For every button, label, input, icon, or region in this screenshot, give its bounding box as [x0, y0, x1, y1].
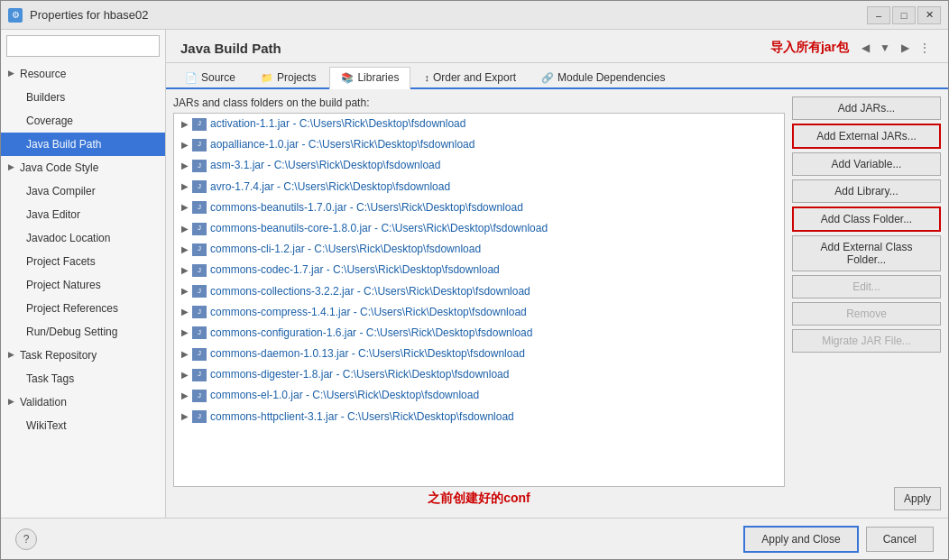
- order-export-tab-icon: ↕: [424, 72, 429, 83]
- list-item[interactable]: ▶ J avro-1.7.4.jar - C:\Users\Rick\Deskt…: [174, 177, 784, 197]
- add-external-class-folder-button[interactable]: Add External Class Folder...: [792, 235, 941, 271]
- expand-arrow-icon: ▶: [181, 347, 189, 362]
- list-item[interactable]: ▶ J commons-beanutils-core-1.8.0.jar - C…: [174, 218, 784, 239]
- expand-arrow-icon: ▶: [181, 179, 189, 194]
- nav-forward-button[interactable]: ▶: [896, 39, 914, 57]
- expand-arrow-icon: ▶: [181, 222, 189, 236]
- jar-icon: J: [192, 285, 207, 298]
- dialog-icon: ⚙: [8, 8, 23, 23]
- sidebar-item-run-debug[interactable]: Run/Debug Setting: [1, 320, 165, 344]
- edit-button[interactable]: Edit...: [792, 275, 941, 298]
- sidebar-item-project-natures[interactable]: Project Natures: [1, 273, 165, 297]
- sidebar-item-java-compiler[interactable]: Java Compiler: [1, 179, 165, 203]
- dialog-body: ▶ Resource Builders Coverage Java Build …: [1, 30, 948, 518]
- list-item[interactable]: ▶ J commons-daemon-1.0.13.jar - C:\Users…: [174, 344, 784, 364]
- list-item[interactable]: ▶ J commons-httpclient-3.1.jar - C:\User…: [174, 407, 784, 427]
- expand-arrow-icon: ▶: [181, 159, 189, 173]
- list-item[interactable]: ▶ J commons-cli-1.2.jar - C:\Users\Rick\…: [174, 239, 784, 260]
- nav-menu-button[interactable]: ⋮: [916, 39, 934, 57]
- module-deps-tab-icon: 🔗: [541, 72, 554, 84]
- list-item[interactable]: ▶ J commons-beanutils-1.7.0.jar - C:\Use…: [174, 197, 784, 218]
- add-jars-button[interactable]: Add JARs...: [792, 96, 941, 120]
- expand-arrow-icon: ▶: [181, 326, 189, 340]
- add-class-folder-button[interactable]: Add Class Folder...: [792, 207, 941, 232]
- add-variable-button[interactable]: Add Variable...: [792, 152, 941, 176]
- sidebar-item-task-tags[interactable]: Task Tags: [1, 367, 165, 390]
- sidebar-item-java-build-path[interactable]: Java Build Path: [1, 133, 165, 156]
- properties-dialog: ⚙ Properties for hbase02 – □ ✕ ▶ Resourc…: [0, 0, 949, 560]
- tabs-row: 📄 Source 📁 Projects 📚 Libraries ↕ Order …: [166, 63, 948, 89]
- expand-arrow-icon: ▶: [181, 138, 189, 152]
- jar-icon: J: [192, 410, 207, 423]
- sidebar-item-project-facets[interactable]: Project Facets: [1, 250, 165, 273]
- annotation-top: 导入所有jar包: [770, 40, 849, 56]
- sidebar-item-resource[interactable]: ▶ Resource: [1, 62, 165, 86]
- expand-arrow-icon: ▶: [181, 389, 189, 403]
- list-item[interactable]: ▶ J commons-collections-3.2.2.jar - C:\U…: [174, 281, 784, 302]
- sidebar-item-java-code-style[interactable]: ▶ Java Code Style: [1, 156, 165, 179]
- jar-icon: J: [192, 139, 207, 151]
- nav-back-button[interactable]: ◀: [856, 39, 874, 57]
- jar-icon: J: [192, 201, 207, 214]
- add-library-button[interactable]: Add Library...: [792, 179, 941, 203]
- sidebar-item-task-repository[interactable]: ▶ Task Repository: [1, 344, 165, 367]
- projects-tab-icon: 📁: [261, 72, 273, 84]
- list-item[interactable]: ▶ J activation-1.1.jar - C:\Users\Rick\D…: [174, 114, 784, 134]
- expand-arrow-icon: ▶: [181, 263, 189, 278]
- sidebar-item-builders[interactable]: Builders: [1, 86, 165, 109]
- footer-right: Apply and Close Cancel: [743, 526, 934, 553]
- nav-down-button[interactable]: ▼: [876, 39, 894, 57]
- sidebar-item-coverage[interactable]: Coverage: [1, 109, 165, 133]
- migrate-jar-button[interactable]: Migrate JAR File...: [792, 329, 941, 353]
- sidebar-item-javadoc-location[interactable]: Javadoc Location: [1, 226, 165, 250]
- main-header: Java Build Path 导入所有jar包 ◀ ▼ ▶ ⋮: [166, 30, 948, 63]
- libraries-tab-icon: 📚: [341, 72, 354, 84]
- sidebar-item-java-editor[interactable]: Java Editor: [1, 203, 165, 226]
- jar-icon: J: [192, 306, 207, 318]
- maximize-button[interactable]: □: [892, 6, 916, 24]
- sidebar: ▶ Resource Builders Coverage Java Build …: [1, 30, 166, 518]
- tab-source[interactable]: 📄 Source: [173, 67, 247, 87]
- list-item[interactable]: ▶ J aopalliance-1.0.jar - C:\Users\Rick\…: [174, 134, 784, 155]
- source-tab-icon: 📄: [185, 72, 198, 84]
- list-item[interactable]: ▶ J commons-codec-1.7.jar - C:\Users\Ric…: [174, 260, 784, 280]
- remove-button[interactable]: Remove: [792, 302, 941, 326]
- apply-close-button[interactable]: Apply and Close: [743, 526, 858, 553]
- add-external-jars-button[interactable]: Add External JARs...: [792, 124, 941, 149]
- minimize-button[interactable]: –: [867, 6, 890, 24]
- footer-left: ?: [15, 528, 37, 550]
- jar-icon: J: [192, 348, 207, 361]
- close-button[interactable]: ✕: [917, 6, 941, 24]
- right-buttons-panel: Add JARs... Add External JARs... Add Var…: [792, 96, 941, 510]
- list-item[interactable]: ▶ J commons-digester-1.8.jar - C:\Users\…: [174, 364, 784, 385]
- tab-order-export[interactable]: ↕ Order and Export: [412, 67, 528, 87]
- header-right: 导入所有jar包 ◀ ▼ ▶ ⋮: [770, 39, 934, 57]
- list-item[interactable]: ▶ J commons-compress-1.4.1.jar - C:\User…: [174, 302, 784, 323]
- list-item[interactable]: ▶ J asm-3.1.jar - C:\Users\Rick\Desktop\…: [174, 155, 784, 176]
- tab-module-deps[interactable]: 🔗 Module Dependencies: [530, 67, 677, 87]
- expand-arrow-icon: ▶: [8, 349, 14, 362]
- help-button[interactable]: ?: [15, 528, 37, 550]
- section-title: Java Build Path: [180, 41, 281, 56]
- expand-arrow-icon: ▶: [181, 200, 189, 215]
- expand-arrow-icon: ▶: [181, 243, 189, 257]
- sidebar-search-input[interactable]: [6, 35, 160, 57]
- list-item[interactable]: ▶ J commons-el-1.0.jar - C:\Users\Rick\D…: [174, 385, 784, 406]
- spacer: [792, 356, 941, 483]
- jar-icon: J: [192, 243, 207, 256]
- jar-icon: J: [192, 264, 207, 277]
- sidebar-item-wikitext[interactable]: WikiText: [1, 414, 165, 437]
- tab-projects[interactable]: 📁 Projects: [249, 67, 327, 87]
- file-list-container[interactable]: ▶ J activation-1.1.jar - C:\Users\Rick\D…: [173, 113, 785, 487]
- jar-icon: J: [192, 326, 207, 339]
- sidebar-item-validation[interactable]: ▶ Validation: [1, 390, 165, 414]
- expand-arrow-icon: ▶: [8, 396, 14, 409]
- apply-button[interactable]: Apply: [894, 487, 941, 510]
- tab-libraries[interactable]: 📚 Libraries: [329, 67, 410, 89]
- jar-icon: J: [192, 223, 207, 235]
- jar-icon: J: [192, 118, 207, 131]
- list-item[interactable]: ▶ J commons-configuration-1.6.jar - C:\U…: [174, 323, 784, 344]
- cancel-button[interactable]: Cancel: [866, 527, 934, 552]
- sidebar-item-project-references[interactable]: Project References: [1, 297, 165, 320]
- expand-arrow-icon: ▶: [8, 161, 14, 174]
